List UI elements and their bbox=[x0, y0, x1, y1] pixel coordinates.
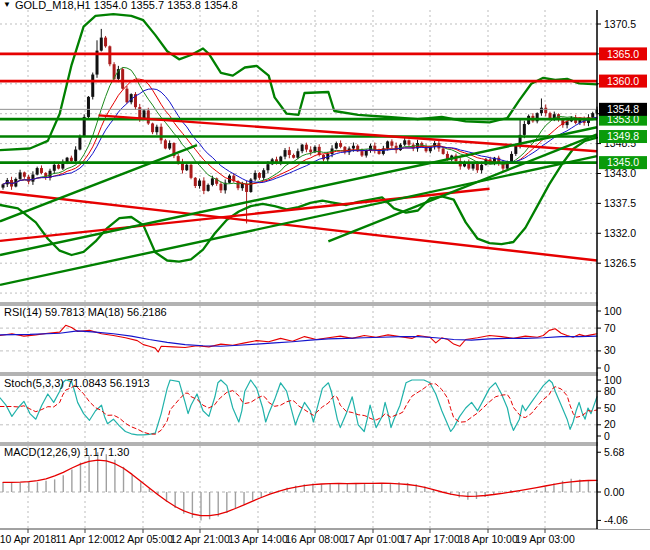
candle-body bbox=[544, 108, 547, 113]
candle-body bbox=[125, 89, 128, 103]
rsi-tick-label: 0 bbox=[604, 362, 610, 374]
stoch-tick-label: 80 bbox=[604, 385, 616, 397]
candle-body bbox=[87, 97, 90, 117]
candle-body bbox=[514, 146, 517, 154]
candle-body bbox=[27, 177, 30, 182]
candle-body bbox=[108, 46, 111, 64]
time-tick-label: 12 Apr 05:00 bbox=[113, 533, 173, 545]
candle-body bbox=[168, 143, 171, 148]
candle-body bbox=[164, 140, 167, 148]
candle-body bbox=[296, 151, 299, 158]
candle-body bbox=[258, 173, 261, 178]
stoch-tick-label: 100 bbox=[604, 374, 622, 386]
chart-title: GOLD_M18,H1 1354.0 1355.7 1353.8 1354.8 bbox=[15, 0, 238, 11]
rsi-tick-label: 100 bbox=[604, 305, 622, 317]
time-tick-label: 16 Apr 08:00 bbox=[285, 533, 345, 545]
candle-body bbox=[284, 150, 287, 157]
price-badge-label: 1349.8 bbox=[607, 130, 639, 142]
candle-body bbox=[288, 150, 291, 155]
rsi-indicator-label: RSI(14) 59.7813 MA(18) 56.2186 bbox=[4, 306, 167, 318]
time-tick-label: 12 Apr 21:00 bbox=[170, 533, 230, 545]
chart-canvas[interactable]: 1370.51365.01359.51354.01348.51343.01337… bbox=[0, 0, 650, 550]
stoch-tick-label: 20 bbox=[604, 418, 616, 430]
candle-body bbox=[305, 145, 308, 150]
candle-body bbox=[476, 163, 479, 170]
symbol-dropdown-icon[interactable]: ▼ bbox=[3, 0, 11, 11]
candle-body bbox=[591, 113, 594, 117]
candle-body bbox=[53, 165, 56, 171]
price-badge-label: 1345.0 bbox=[607, 156, 639, 168]
candle-body bbox=[100, 38, 103, 51]
candle-body bbox=[155, 127, 158, 132]
candle-body bbox=[386, 141, 389, 148]
candle-body bbox=[480, 165, 483, 170]
candle-body bbox=[198, 181, 201, 186]
stoch-tick-label: 50 bbox=[604, 402, 616, 414]
candle-body bbox=[352, 146, 355, 149]
candle-body bbox=[36, 168, 39, 175]
price-axis[interactable]: 1370.51365.01359.51354.01348.51343.01337… bbox=[597, 10, 650, 529]
candle-body bbox=[121, 69, 124, 89]
price-tick-label: 1332.0 bbox=[604, 227, 636, 239]
candle-body bbox=[245, 184, 248, 192]
candle-body bbox=[202, 181, 205, 191]
candle-body bbox=[510, 154, 513, 162]
rsi-tick-label: 70 bbox=[604, 322, 616, 334]
candle-body bbox=[407, 140, 410, 144]
candle-body bbox=[40, 168, 43, 173]
candle-body bbox=[104, 38, 107, 47]
candle-body bbox=[23, 172, 26, 176]
price-tick-label: 1326.5 bbox=[604, 257, 636, 269]
candle-body bbox=[57, 165, 60, 169]
price-tick-label: 1370.5 bbox=[604, 18, 636, 30]
candle-body bbox=[31, 175, 34, 182]
candle-body bbox=[262, 170, 265, 178]
candle-body bbox=[390, 141, 393, 145]
candle-body bbox=[74, 150, 77, 161]
candle-body bbox=[339, 143, 342, 147]
candle-body bbox=[292, 155, 295, 158]
price-tick-label: 1337.5 bbox=[604, 197, 636, 209]
macd-tick-label: -4.06 bbox=[604, 514, 628, 526]
candle-body bbox=[19, 172, 22, 179]
candle-body bbox=[207, 185, 210, 191]
time-tick-label: 17 Apr 01:00 bbox=[343, 533, 403, 545]
time-tick-label: 10 Apr 2018 bbox=[0, 533, 56, 545]
candle-body bbox=[301, 145, 304, 152]
candle-body bbox=[185, 165, 188, 170]
chart-title-bar: ▼ GOLD_M18,H1 1354.0 1355.7 1353.8 1354.… bbox=[3, 0, 238, 11]
time-tick-label: 19 Apr 03:00 bbox=[515, 533, 575, 545]
candle-body bbox=[177, 156, 180, 162]
time-tick-label: 11 Apr 12:00 bbox=[56, 533, 115, 545]
time-tick-label: 18 Apr 10:00 bbox=[458, 533, 518, 545]
candle-body bbox=[266, 164, 269, 170]
candle-body bbox=[70, 158, 73, 161]
candle-body bbox=[219, 184, 222, 191]
price-badge-label: 1360.0 bbox=[607, 75, 639, 87]
candle-body bbox=[442, 148, 445, 153]
candle-body bbox=[211, 178, 214, 185]
candle-body bbox=[309, 150, 312, 153]
macd-indicator-label: MACD(12,26,9) 1.17 1.30 bbox=[4, 446, 129, 458]
candle-body bbox=[147, 110, 150, 123]
stoch-indicator-label: Stoch(5,3,3) 71.0843 56.1913 bbox=[4, 377, 150, 389]
chart-window: 1370.51365.01359.51354.01348.51343.01337… bbox=[0, 0, 650, 550]
candle-body bbox=[335, 143, 338, 148]
candle-body bbox=[91, 75, 94, 97]
candle-body bbox=[151, 123, 154, 132]
candle-body bbox=[78, 136, 81, 150]
rsi-tick-label: 30 bbox=[604, 344, 616, 356]
price-badge-label: 1365.0 bbox=[607, 48, 639, 60]
candle-body bbox=[360, 151, 363, 155]
time-tick-label: 17 Apr 17:00 bbox=[400, 533, 460, 545]
price-badge-label: 1354.8 bbox=[607, 103, 639, 115]
candle-body bbox=[194, 178, 197, 186]
candle-body bbox=[540, 108, 543, 113]
macd-tick-label: 5.68 bbox=[604, 446, 625, 458]
candle-body bbox=[160, 127, 163, 141]
candle-body bbox=[241, 184, 244, 188]
candle-body bbox=[254, 173, 257, 180]
candle-body bbox=[523, 124, 526, 135]
stoch-tick-label: 0 bbox=[604, 430, 610, 442]
macd-tick-label: 0.00 bbox=[604, 486, 625, 498]
